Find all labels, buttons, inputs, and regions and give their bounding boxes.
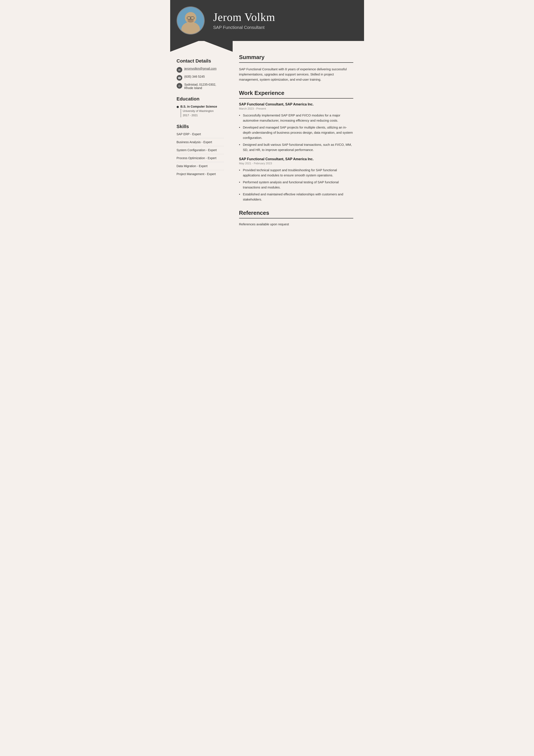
chevron-decoration [170,40,233,52]
job-2-bullet-1: Provided technical support and troublesh… [239,168,353,178]
job-2-dates: May 2021 - February 2023 [239,162,353,165]
svg-point-6 [188,19,194,22]
contact-title: Contact Details [177,58,224,64]
job-2-title: SAP Functional Consultant, SAP America I… [239,157,353,161]
job-2: SAP Functional Consultant, SAP America I… [239,157,353,202]
skill-item: Process Optimization - Expert [177,156,224,162]
summary-title: Summary [239,54,353,61]
job-2-bullet-2: Performed system analysis and functional… [239,180,353,190]
job-2-bullets: Provided technical support and troublesh… [239,168,353,202]
contact-section: Contact Details ✉ jeromvolkm@gmail.com ☎… [177,58,224,90]
edu-school: University of Washington 2017 - 2021 [181,109,217,117]
edu-content: B.S. in Computer Science University of W… [181,105,217,117]
contact-location-item: ⊙ Sydnistad, 01235-0302, Rhode Island [177,83,224,90]
skill-item: Project Management - Expert [177,172,224,178]
summary-section: Summary SAP Functional Consultant with 8… [239,54,353,82]
job-1-dates: March 2023 - Present [239,107,353,110]
phone-icon: ☎ [177,75,182,81]
main-layout: Contact Details ✉ jeromvolkm@gmail.com ☎… [170,45,364,242]
job-1-bullet-2: Developed and managed SAP projects for m… [239,125,353,140]
work-experience-section: Work Experience SAP Functional Consultan… [239,90,353,202]
job-1-title: SAP Functional Consultant, SAP America I… [239,102,353,106]
job-2-bullet-3: Established and maintained effective rel… [239,192,353,202]
skill-item: Data Migration - Expert [177,164,224,170]
education-section: Education B.S. in Computer Science Unive… [177,96,224,117]
header-name: Jerom Volkm [213,11,275,23]
contact-email-item: ✉ jeromvolkm@gmail.com [177,67,224,73]
work-experience-title: Work Experience [239,90,353,96]
job-1: SAP Functional Consultant, SAP America I… [239,102,353,152]
location-icon: ⊙ [177,83,182,89]
edu-bullet [177,106,179,108]
references-title: References [239,210,353,216]
main-content: Summary SAP Functional Consultant with 8… [231,45,364,242]
email-text: jeromvolkm@gmail.com [184,67,217,70]
skills-title: Skills [177,124,224,129]
education-title: Education [177,96,224,102]
references-divider [239,218,353,218]
job-1-bullet-1: Successfully implemented SAP ERP and FI/… [239,113,353,123]
job-1-bullets: Successfully implemented SAP ERP and FI/… [239,113,353,152]
header-subtitle: SAP Functional Consultant [213,25,275,30]
contact-phone-item: ☎ (635) 346 5245 [177,75,224,81]
skills-section: Skills SAP ERP - Expert Business Analysi… [177,124,224,178]
edu-degree: B.S. in Computer Science [181,105,217,108]
sidebar: Contact Details ✉ jeromvolkm@gmail.com ☎… [170,45,231,242]
references-text: References available upon request [239,222,353,226]
skill-item: System Configuration - Expert [177,148,224,154]
education-item: B.S. in Computer Science University of W… [177,105,224,117]
phone-text: (635) 346 5245 [184,75,205,78]
summary-divider [239,62,353,63]
summary-text: SAP Functional Consultant with 8 years o… [239,67,353,82]
header: Jerom Volkm SAP Functional Consultant [170,0,364,41]
location-text: Sydnistad, 01235-0302, Rhode Island [184,83,224,90]
email-icon: ✉ [177,67,182,73]
references-section: References References available upon req… [239,210,353,226]
avatar [177,7,205,35]
resume-page: Jerom Volkm SAP Functional Consultant Co… [170,0,364,274]
work-divider [239,98,353,98]
header-name-block: Jerom Volkm SAP Functional Consultant [213,11,275,30]
skill-item: SAP ERP - Expert [177,132,224,138]
job-1-bullet-3: Designed and built various SAP functiona… [239,142,353,152]
skill-item: Business Analysis - Expert [177,140,224,146]
